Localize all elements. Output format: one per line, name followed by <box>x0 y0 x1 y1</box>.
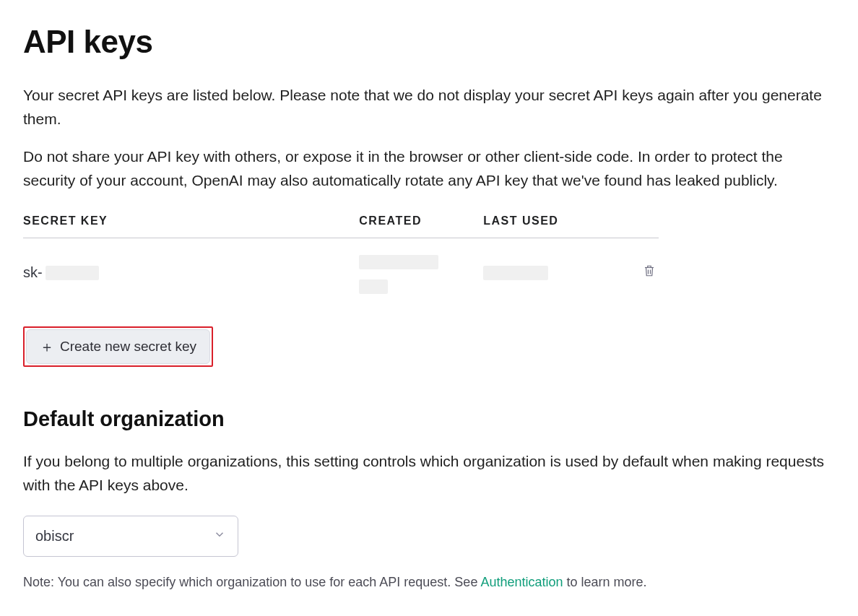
col-header-created: CREATED <box>359 207 483 238</box>
default-org-heading: Default organization <box>23 403 835 435</box>
redacted-key <box>46 266 99 280</box>
col-header-last-used: LAST USED <box>483 207 629 238</box>
create-secret-key-label: Create new secret key <box>60 339 196 355</box>
create-secret-key-button[interactable]: ＋ Create new secret key <box>26 329 210 364</box>
highlight-annotation: ＋ Create new secret key <box>23 326 213 367</box>
intro-paragraph-1: Your secret API keys are listed below. P… <box>23 84 832 131</box>
org-note: Note: You can also specify which organiz… <box>23 573 835 593</box>
table-row: sk- <box>23 238 659 307</box>
chevron-down-icon <box>213 525 226 547</box>
org-selected-value: obiscr <box>35 525 74 547</box>
page-title: API keys <box>23 17 835 66</box>
col-header-secret: SECRET KEY <box>23 207 359 238</box>
org-note-prefix: Note: You can also specify which organiz… <box>23 575 480 589</box>
trash-icon <box>643 269 656 280</box>
api-keys-table: SECRET KEY CREATED LAST USED sk- <box>23 207 659 306</box>
intro-paragraph-2: Do not share your API key with others, o… <box>23 145 832 192</box>
plus-icon: ＋ <box>40 339 54 354</box>
default-org-description: If you belong to multiple organizations,… <box>23 450 832 497</box>
org-note-suffix: to learn more. <box>563 575 647 589</box>
delete-key-button[interactable] <box>640 261 659 283</box>
org-select[interactable]: obiscr <box>23 516 238 557</box>
redacted-created <box>359 255 438 269</box>
redacted-last-used <box>483 266 548 280</box>
authentication-link[interactable]: Authentication <box>480 575 563 589</box>
redacted-created-2 <box>359 279 388 294</box>
key-prefix: sk- <box>23 264 43 280</box>
